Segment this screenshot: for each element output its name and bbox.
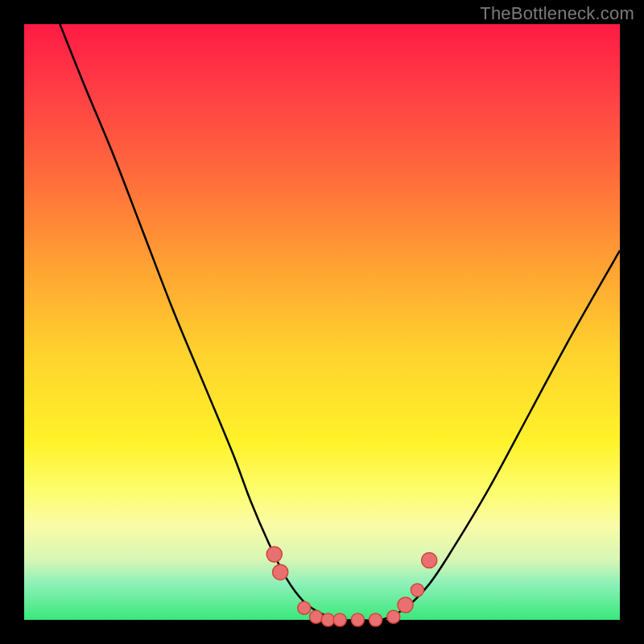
curve-marker (266, 547, 282, 562)
curve-svg (24, 24, 620, 620)
chart-frame: TheBottleneck.com (0, 0, 644, 644)
curve-marker (422, 552, 437, 568)
curve-marker (398, 597, 413, 613)
curve-marker (387, 610, 400, 623)
plot-area (24, 24, 620, 620)
curve-marker (310, 610, 323, 623)
curve-marker (321, 613, 334, 626)
watermark-text: TheBottleneck.com (480, 3, 634, 24)
curve-marker (411, 584, 423, 597)
curve-marker (273, 564, 288, 580)
bottleneck-curve (60, 24, 620, 621)
curve-marker (333, 613, 346, 626)
curve-marker (351, 613, 364, 626)
curve-marker (298, 601, 311, 614)
curve-marker (369, 613, 382, 626)
